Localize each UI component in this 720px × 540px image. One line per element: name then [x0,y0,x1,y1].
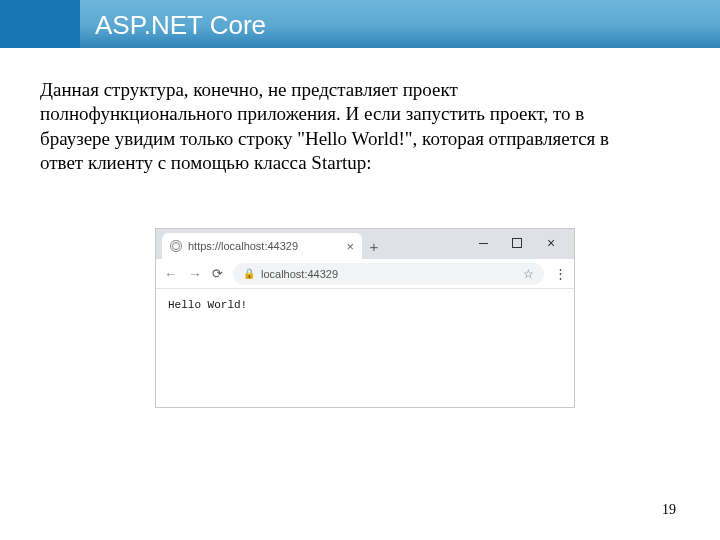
reload-button[interactable]: ⟳ [212,266,223,281]
browser-tab[interactable]: https://localhost:44329 × [162,233,362,259]
forward-button[interactable]: → [188,266,202,282]
header: ASP.NET Core [0,0,720,62]
header-accent-block [0,0,80,48]
globe-icon [170,240,182,252]
browser-tab-strip: https://localhost:44329 × + × [156,229,574,259]
back-button[interactable]: ← [164,266,178,282]
bookmark-star-icon[interactable]: ☆ [523,267,534,281]
new-tab-button[interactable]: + [362,238,386,259]
address-bar: ← → ⟳ 🔒 localhost:44329 ☆ ⋮ [156,259,574,289]
slide-title: ASP.NET Core [95,10,266,41]
url-text: localhost:44329 [261,268,338,280]
tab-title: https://localhost:44329 [188,240,340,252]
minimize-button[interactable] [466,233,500,253]
menu-dots-icon[interactable]: ⋮ [554,266,566,281]
window-controls: × [466,229,574,259]
page-content: Hello World! [156,289,574,321]
body-paragraph: Данная структура, конечно, не представля… [40,78,620,175]
page-number: 19 [662,502,676,518]
browser-window: https://localhost:44329 × + × ← → ⟳ 🔒 lo… [155,228,575,408]
close-button[interactable]: × [534,233,568,253]
maximize-button[interactable] [500,233,534,253]
tab-close-icon[interactable]: × [346,239,354,254]
address-field[interactable]: 🔒 localhost:44329 ☆ [233,263,544,285]
lock-icon: 🔒 [243,268,255,279]
